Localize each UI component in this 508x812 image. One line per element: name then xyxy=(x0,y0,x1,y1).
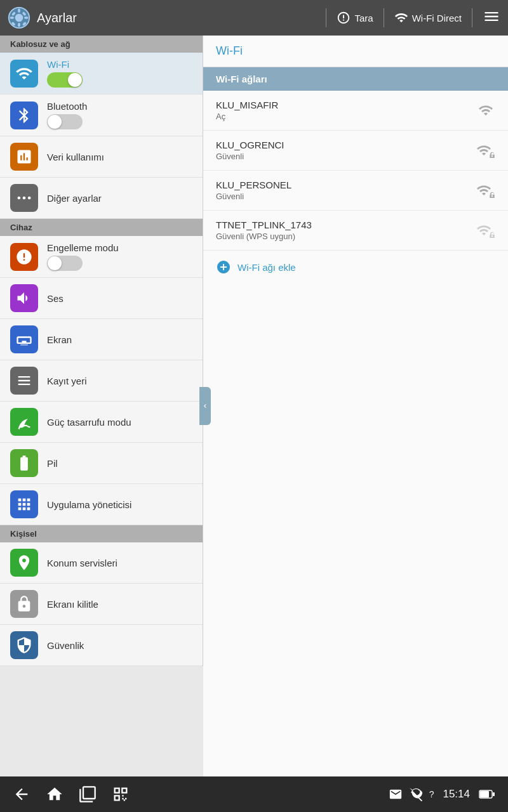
scan-label: Tara xyxy=(354,13,373,23)
svg-rect-2 xyxy=(18,9,20,13)
add-network-button[interactable]: Wi-Fi ağı ekle xyxy=(203,251,508,284)
network-name-klu-misafir: KLU_MISAFIR xyxy=(216,100,476,110)
battery-status-icon xyxy=(479,787,495,801)
network-item-klu-personel[interactable]: KLU_PERSONEL Güvenli xyxy=(203,171,508,211)
sidebar-item-display[interactable]: Ekran xyxy=(0,319,203,360)
section-header-wireless: Kablosuz ve ağ xyxy=(0,36,203,53)
wifi-toggle[interactable] xyxy=(47,72,83,88)
battery-content: Pil xyxy=(47,458,192,469)
scan-button[interactable]: Tara xyxy=(337,11,373,25)
wifi-signal-icon-klu-misafir xyxy=(476,103,495,118)
lock-screen-label: Ekranı kilitle xyxy=(47,599,192,610)
status-area: ? 15:14 xyxy=(389,787,495,801)
svg-rect-4 xyxy=(10,16,14,19)
location-icon xyxy=(10,549,38,577)
sidebar-item-security[interactable]: Güvenlik xyxy=(0,625,203,666)
svg-rect-14 xyxy=(480,791,489,797)
storage-label: Kayıt yeri xyxy=(47,376,192,386)
nav-left-group xyxy=(13,785,130,803)
other-settings-label: Diğer ayarlar xyxy=(47,193,192,204)
sidebar-item-location[interactable]: Konum servisleri xyxy=(0,542,203,584)
network-info-klu-personel: KLU_PERSONEL Güvenli xyxy=(216,180,476,201)
bluetooth-toggle[interactable] xyxy=(47,114,83,129)
add-network-label: Wi-Fi ağı ekle xyxy=(237,262,296,273)
sidebar-collapse-button[interactable] xyxy=(199,387,211,425)
security-icon xyxy=(10,631,38,659)
svg-point-10 xyxy=(18,197,21,200)
network-name-ttnet: TTNET_TPLINK_1743 xyxy=(216,219,476,230)
wifi-label: Wi-Fi xyxy=(47,59,192,70)
svg-point-12 xyxy=(28,197,31,200)
security-content: Güvenlik xyxy=(47,640,192,651)
recent-apps-button[interactable] xyxy=(79,785,97,803)
sidebar-item-battery[interactable]: Pil xyxy=(0,443,203,484)
wifi-locked-klu-ogrenci xyxy=(476,143,495,158)
sidebar-item-bluetooth[interactable]: Bluetooth xyxy=(0,95,203,136)
location-content: Konum servisleri xyxy=(47,558,192,568)
sidebar-item-block-mode[interactable]: Engelleme modu xyxy=(0,236,203,278)
other-settings-content: Diğer ayarlar xyxy=(47,193,192,204)
qr-icon xyxy=(112,785,130,803)
bluetooth-item-content: Bluetooth xyxy=(47,101,192,129)
home-button[interactable] xyxy=(46,785,64,803)
wifi-direct-icon xyxy=(394,11,408,25)
sidebar-item-app-manager[interactable]: Uygulama yöneticisi xyxy=(0,484,203,525)
data-usage-content: Veri kullanımı xyxy=(47,152,192,162)
sidebar-item-other-settings[interactable]: Diğer ayarlar xyxy=(0,178,203,219)
topbar: Ayarlar Tara Wi-Fi Direct xyxy=(0,0,508,36)
sidebar-item-storage[interactable]: Kayıt yeri xyxy=(0,360,203,402)
section-header-personal: Kişisel xyxy=(0,525,203,542)
sidebar-item-sound[interactable]: Ses xyxy=(0,278,203,319)
network-item-klu-misafir[interactable]: KLU_MISAFIR Aç xyxy=(203,91,508,131)
sidebar-item-wifi[interactable]: Wi-Fi xyxy=(0,53,203,95)
svg-point-11 xyxy=(23,197,26,200)
status-time: 15:14 xyxy=(443,788,470,801)
add-network-icon xyxy=(216,259,231,275)
network-item-klu-ogrenci[interactable]: KLU_OGRENCI Güvenli xyxy=(203,131,508,171)
network-info-klu-misafir: KLU_MISAFIR Aç xyxy=(216,100,476,121)
sidebar-item-lock-screen[interactable]: Ekranı kilitle xyxy=(0,584,203,625)
block-toggle-row xyxy=(47,256,192,271)
back-icon xyxy=(13,785,30,803)
sound-label: Ses xyxy=(47,293,192,304)
overflow-menu-button[interactable] xyxy=(483,8,500,28)
wifi-icon xyxy=(10,60,38,88)
qr-button[interactable] xyxy=(112,785,130,803)
network-info-klu-ogrenci: KLU_OGRENCI Güvenli xyxy=(216,140,476,161)
power-saving-icon xyxy=(10,408,38,436)
main-area: Kablosuz ve ağ Wi-Fi xyxy=(0,36,508,776)
app-title: Ayarlar xyxy=(37,11,321,25)
data-usage-icon xyxy=(10,143,38,171)
sidebar-item-power-saving[interactable]: Güç tasarrufu modu xyxy=(0,402,203,443)
power-saving-content: Güç tasarrufu modu xyxy=(47,417,192,428)
sound-icon xyxy=(10,284,38,312)
section-header-device: Cihaz xyxy=(0,219,203,236)
sidebar-scroll: Kablosuz ve ağ Wi-Fi xyxy=(0,36,203,666)
wifi-panel: Wi-Fi Wi-Fi ağları KLU_MISAFIR Aç KLU_OG… xyxy=(203,36,508,776)
battery-icon xyxy=(10,449,38,477)
recent-apps-icon xyxy=(79,785,97,803)
overflow-menu-icon xyxy=(483,8,500,25)
storage-icon xyxy=(10,367,38,395)
network-info-ttnet: TTNET_TPLINK_1743 Güvenli (WPS uygun) xyxy=(216,219,476,241)
app-manager-label: Uygulama yöneticisi xyxy=(47,499,192,510)
sidebar-item-data-usage[interactable]: Veri kullanımı xyxy=(0,136,203,178)
data-usage-label: Veri kullanımı xyxy=(47,152,192,162)
app-manager-icon xyxy=(10,490,38,518)
wifi-item-content: Wi-Fi xyxy=(47,59,192,88)
network-status-klu-misafir: Aç xyxy=(216,112,476,121)
settings-logo-icon xyxy=(8,6,30,29)
topbar-divider2 xyxy=(384,8,384,27)
back-button[interactable] xyxy=(13,785,30,803)
wifi-locked-ttnet xyxy=(476,223,495,238)
svg-rect-3 xyxy=(18,23,20,27)
wifi-direct-button[interactable]: Wi-Fi Direct xyxy=(394,11,462,25)
block-toggle[interactable] xyxy=(47,256,83,271)
bluetooth-toggle-row xyxy=(47,114,192,129)
network-item-ttnet[interactable]: TTNET_TPLINK_1743 Güvenli (WPS uygun) xyxy=(203,211,508,251)
location-label: Konum servisleri xyxy=(47,558,192,568)
mail-icon xyxy=(389,787,403,801)
network-name-klu-personel: KLU_PERSONEL xyxy=(216,180,476,190)
svg-rect-5 xyxy=(24,16,28,19)
display-label: Ekran xyxy=(47,334,192,345)
